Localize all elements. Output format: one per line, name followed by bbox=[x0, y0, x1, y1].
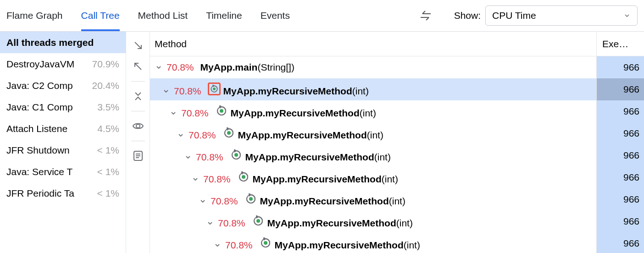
disclosure-chevron-icon[interactable] bbox=[161, 86, 171, 96]
exec-value: 966 bbox=[623, 62, 639, 73]
thread-pct: 3.5% bbox=[94, 102, 119, 113]
divider bbox=[131, 141, 145, 141]
svg-point-42 bbox=[264, 241, 267, 245]
exec-cell: 966 bbox=[596, 122, 644, 144]
svg-point-32 bbox=[249, 197, 253, 201]
percent: 70.8% bbox=[174, 86, 201, 96]
exec-cell: 966 bbox=[596, 210, 644, 232]
thread-row[interactable]: DestroyJavaVM70.9% bbox=[0, 53, 126, 75]
recursive-icon bbox=[244, 192, 257, 205]
thread-pct: < 1% bbox=[94, 145, 119, 156]
thread-row[interactable]: JFR Periodic Ta< 1% bbox=[0, 182, 126, 204]
show-select[interactable]: CPU Time bbox=[485, 6, 638, 26]
method-signature: (int) bbox=[374, 152, 391, 162]
thread-name: Java: Service T bbox=[6, 166, 72, 177]
method-name: MyApp.myRecursiveMethod bbox=[231, 108, 360, 118]
tab-events[interactable]: Events bbox=[261, 0, 290, 31]
tree-row[interactable]: 70.8%MyApp.main(String[])966 bbox=[150, 56, 644, 78]
tree-row[interactable]: 70.8%MyApp.myRecursiveMethod(int)966 bbox=[150, 166, 644, 188]
percent: 70.8% bbox=[181, 108, 209, 118]
disclosure-chevron-icon[interactable] bbox=[198, 196, 208, 206]
method-cell: 70.8%MyApp.myRecursiveMethod(int) bbox=[150, 192, 596, 207]
method-cell: 70.8%MyApp.myRecursiveMethod(int) bbox=[150, 148, 596, 163]
collapse-all-icon bbox=[133, 91, 143, 101]
svg-point-22 bbox=[234, 153, 238, 157]
column-method-header[interactable]: Method bbox=[150, 38, 596, 50]
tree-header: Method Exe… bbox=[150, 32, 644, 56]
percent: 70.8% bbox=[189, 130, 216, 140]
recursive-icon bbox=[215, 104, 228, 117]
show-label: Show: bbox=[454, 10, 481, 21]
svg-point-12 bbox=[220, 109, 223, 113]
disclosure-chevron-icon[interactable] bbox=[183, 152, 193, 162]
method-signature: (int) bbox=[396, 218, 413, 228]
view-tabs: Flame GraphCall TreeMethod ListTimelineE… bbox=[6, 0, 290, 31]
focus-button[interactable] bbox=[130, 118, 146, 134]
profiler-toolbar: Flame GraphCall TreeMethod ListTimelineE… bbox=[0, 0, 644, 32]
tab-method-list[interactable]: Method List bbox=[138, 0, 188, 31]
details-button[interactable] bbox=[130, 148, 146, 164]
thread-row[interactable]: Java: C1 Comp3.5% bbox=[0, 96, 126, 118]
tab-call-tree[interactable]: Call Tree bbox=[81, 0, 120, 31]
tree-body: 70.8%MyApp.main(String[])96670.8%MyApp.m… bbox=[150, 56, 644, 253]
thread-name: DestroyJavaVM bbox=[6, 59, 74, 70]
collapse-all-button[interactable] bbox=[130, 88, 146, 104]
recursive-icon bbox=[230, 148, 243, 161]
disclosure-chevron-icon[interactable] bbox=[205, 218, 215, 228]
swap-threads-button[interactable] bbox=[416, 6, 436, 26]
method-signature: (int) bbox=[360, 108, 376, 118]
percent: 70.8% bbox=[167, 62, 194, 72]
collapse-up-button[interactable] bbox=[130, 58, 146, 75]
exec-cell: 966 bbox=[596, 100, 644, 122]
tree-row[interactable]: 70.8%MyApp.myRecursiveMethod(int)966 bbox=[150, 188, 644, 210]
disclosure-chevron-icon[interactable] bbox=[190, 174, 200, 184]
expand-down-button[interactable] bbox=[130, 37, 146, 54]
method-name: MyApp.myRecursiveMethod bbox=[267, 218, 396, 228]
method-name: MyApp.myRecursiveMethod bbox=[223, 86, 352, 96]
thread-name: JFR Shutdown bbox=[6, 145, 70, 156]
method-cell: 70.8%MyApp.myRecursiveMethod(int) bbox=[150, 82, 596, 97]
recursive-icon bbox=[222, 126, 235, 139]
recursive-icon bbox=[208, 82, 221, 95]
thread-row[interactable]: Java: C2 Comp20.4% bbox=[0, 75, 126, 96]
exec-value: 966 bbox=[623, 238, 639, 249]
thread-pct: 70.9% bbox=[89, 59, 119, 70]
method-cell: 70.8%MyApp.main(String[]) bbox=[150, 62, 596, 73]
thread-name: Attach Listene bbox=[6, 123, 67, 134]
tree-row[interactable]: 70.8%MyApp.myRecursiveMethod(int)966 bbox=[150, 100, 644, 122]
recursive-icon bbox=[252, 214, 265, 227]
tree-row[interactable]: 70.8%MyApp.myRecursiveMethod(int)966 bbox=[150, 122, 644, 144]
method-signature: (int) bbox=[404, 240, 420, 250]
disclosure-chevron-icon[interactable] bbox=[176, 130, 186, 140]
exec-cell: 966 bbox=[596, 188, 644, 210]
threads-header-label: All threads merged bbox=[6, 37, 94, 48]
tree-row[interactable]: 70.8%MyApp.myRecursiveMethod(int)966 bbox=[150, 78, 644, 100]
tab-timeline[interactable]: Timeline bbox=[206, 0, 242, 31]
percent: 70.8% bbox=[203, 174, 231, 184]
tree-row[interactable]: 70.8%MyApp.myRecursiveMethod(int)966 bbox=[150, 144, 644, 166]
thread-row[interactable]: JFR Shutdown< 1% bbox=[0, 139, 126, 161]
recursive-icon bbox=[259, 236, 272, 249]
tab-flame-graph[interactable]: Flame Graph bbox=[6, 0, 63, 31]
exec-value: 966 bbox=[623, 128, 639, 139]
method-name: MyApp.myRecursiveMethod bbox=[275, 240, 404, 250]
column-exec-header[interactable]: Exe… bbox=[596, 32, 644, 56]
svg-point-27 bbox=[242, 175, 245, 179]
disclosure-chevron-icon[interactable] bbox=[168, 108, 178, 118]
show-group: Show: CPU Time bbox=[454, 6, 638, 26]
disclosure-chevron-icon[interactable] bbox=[212, 240, 222, 250]
thread-row[interactable]: Attach Listene4.5% bbox=[0, 118, 126, 139]
divider bbox=[131, 81, 145, 82]
thread-row[interactable]: Java: Service T< 1% bbox=[0, 161, 126, 182]
arrow-up-left-icon bbox=[133, 61, 143, 72]
tree-panel: Method Exe… 70.8%MyApp.main(String[])966… bbox=[150, 32, 644, 253]
arrow-down-right-icon bbox=[133, 40, 143, 50]
main: All threads merged DestroyJavaVM70.9%Jav… bbox=[0, 32, 644, 253]
exec-value: 966 bbox=[623, 194, 639, 205]
threads-header[interactable]: All threads merged bbox=[0, 32, 126, 53]
tree-row[interactable]: 70.8%MyApp.myRecursiveMethod(int)966 bbox=[150, 232, 644, 253]
exec-value: 966 bbox=[623, 172, 639, 183]
tree-row[interactable]: 70.8%MyApp.myRecursiveMethod(int)966 bbox=[150, 210, 644, 232]
disclosure-chevron-icon[interactable] bbox=[154, 62, 164, 72]
method-signature: (int) bbox=[352, 86, 369, 96]
